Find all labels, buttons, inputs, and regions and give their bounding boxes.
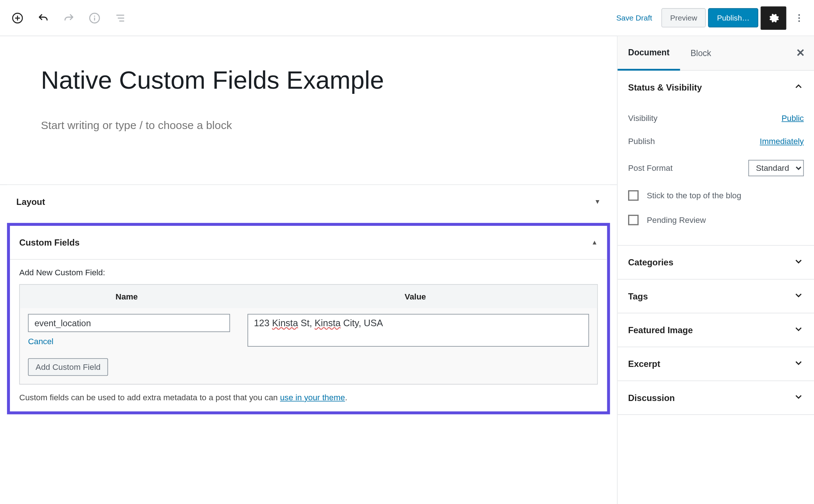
th-value: Value: [234, 284, 597, 308]
panel-tags: Tags: [617, 280, 814, 313]
editor-layout: Native Custom Fields Example Start writi…: [0, 36, 814, 504]
caret-up-icon: ▲: [591, 239, 598, 246]
panel-excerpt-header[interactable]: Excerpt: [617, 347, 814, 380]
caret-down-icon: ▼: [594, 198, 601, 205]
panel-discussion-header[interactable]: Discussion: [617, 381, 814, 415]
toolbar-right-group: Save Draft Preview Publish…: [609, 6, 810, 30]
tab-block[interactable]: Block: [680, 36, 722, 70]
plus-circle-icon: [12, 12, 23, 24]
tab-document[interactable]: Document: [617, 36, 680, 71]
visibility-label: Visibility: [628, 113, 657, 122]
close-sidebar-button[interactable]: ✕: [787, 36, 814, 70]
publish-value-link[interactable]: Immediately: [760, 137, 804, 146]
pending-checkbox[interactable]: [628, 215, 639, 225]
editor-toolbar: Save Draft Preview Publish…: [0, 0, 814, 36]
panel-status-body: Visibility Public Publish Immediately Po…: [617, 104, 814, 245]
panel-categories-title: Categories: [628, 257, 673, 267]
visibility-row: Visibility Public: [628, 106, 804, 130]
layout-metabox-header[interactable]: Layout ▼: [7, 185, 610, 218]
stick-checkbox[interactable]: [628, 190, 639, 201]
content-info-button[interactable]: [82, 5, 107, 31]
add-custom-field-button[interactable]: Add Custom Field: [28, 358, 108, 376]
undo-button[interactable]: [30, 5, 56, 31]
chevron-down-icon: [793, 290, 804, 302]
block-navigation-button[interactable]: [107, 5, 133, 31]
post-format-row: Post Format Standard: [628, 153, 804, 183]
name-column: Cancel: [28, 314, 230, 346]
chevron-down-icon: [793, 256, 804, 268]
post-body-placeholder[interactable]: Start writing or type / to choose a bloc…: [41, 119, 588, 132]
custom-fields-table: Name Value Cancel 123 Kinsta St, Kinsta …: [19, 284, 598, 385]
panel-featured-image: Featured Image: [617, 313, 814, 347]
th-name: Name: [20, 284, 234, 308]
custom-fields-help: Custom fields can be used to add extra m…: [19, 393, 598, 402]
panel-status-visibility: Status & Visibility Visibility Public Pu…: [617, 71, 814, 246]
close-icon: ✕: [796, 47, 805, 59]
add-block-button[interactable]: [5, 5, 30, 31]
custom-field-value-input[interactable]: 123 Kinsta St, Kinsta City, USA: [247, 314, 589, 346]
info-icon: [89, 12, 100, 24]
panel-tags-title: Tags: [628, 291, 648, 301]
panel-status-title: Status & Visibility: [628, 82, 702, 92]
editor-column: Native Custom Fields Example Start writi…: [0, 36, 617, 504]
chevron-down-icon: [793, 391, 804, 404]
publish-button[interactable]: Publish…: [708, 8, 758, 27]
custom-fields-header[interactable]: Custom Fields ▲: [10, 225, 607, 259]
post-format-label: Post Format: [628, 163, 672, 173]
help-link[interactable]: use in your theme: [280, 393, 345, 402]
gear-icon: [767, 12, 779, 24]
pending-row: Pending Review: [628, 208, 804, 232]
panel-excerpt: Excerpt: [617, 347, 814, 381]
settings-sidebar: Document Block ✕ Status & Visibility Vis…: [617, 36, 814, 504]
svg-point-3: [798, 14, 800, 15]
table-input-row: Cancel 123 Kinsta St, Kinsta City, USA: [20, 308, 597, 352]
help-prefix: Custom fields can be used to add extra m…: [19, 393, 280, 402]
chevron-down-icon: [793, 324, 804, 336]
help-suffix: .: [345, 393, 347, 402]
post-title-input[interactable]: Native Custom Fields Example: [41, 65, 588, 95]
publish-label: Publish: [628, 137, 655, 146]
custom-fields-metabox: Custom Fields ▲ Add New Custom Field: Na…: [7, 222, 610, 414]
panel-categories-header[interactable]: Categories: [617, 246, 814, 279]
layout-metabox-title: Layout: [16, 196, 45, 206]
panel-discussion-title: Discussion: [628, 393, 675, 402]
publish-row: Publish Immediately: [628, 129, 804, 153]
toolbar-left-group: [5, 5, 133, 31]
panel-featured-header[interactable]: Featured Image: [617, 313, 814, 347]
panel-tags-header[interactable]: Tags: [617, 280, 814, 313]
table-header-row: Name Value: [20, 284, 597, 308]
undo-icon: [37, 12, 49, 24]
chevron-down-icon: [793, 358, 804, 370]
cancel-button[interactable]: Cancel: [28, 332, 53, 346]
post-format-select[interactable]: Standard: [748, 160, 804, 176]
redo-icon: [63, 12, 75, 24]
svg-point-4: [798, 17, 800, 18]
panel-discussion: Discussion: [617, 381, 814, 415]
svg-point-5: [798, 20, 800, 22]
ellipsis-vertical-icon: [794, 12, 804, 23]
stick-label: Stick to the top of the blog: [647, 191, 741, 200]
sidebar-tabs: Document Block ✕: [617, 36, 814, 71]
chevron-up-icon: [793, 81, 804, 93]
panel-featured-title: Featured Image: [628, 325, 693, 335]
custom-field-actions: Add Custom Field: [20, 352, 597, 384]
layout-metabox: Layout ▼: [7, 185, 610, 218]
custom-fields-title: Custom Fields: [19, 237, 80, 247]
value-column: 123 Kinsta St, Kinsta City, USA: [247, 314, 589, 346]
editor-content: Native Custom Fields Example Start writi…: [0, 36, 617, 184]
more-menu-button[interactable]: [789, 6, 810, 30]
stick-row: Stick to the top of the blog: [628, 183, 804, 208]
add-new-label: Add New Custom Field:: [19, 268, 598, 277]
panel-status-header[interactable]: Status & Visibility: [617, 71, 814, 104]
visibility-value-link[interactable]: Public: [781, 113, 804, 122]
save-draft-button[interactable]: Save Draft: [609, 9, 659, 27]
outline-icon: [114, 12, 126, 24]
panel-categories: Categories: [617, 246, 814, 279]
svg-point-2: [94, 15, 95, 16]
pending-label: Pending Review: [647, 215, 706, 224]
custom-field-name-input[interactable]: [28, 314, 230, 332]
preview-button[interactable]: Preview: [661, 8, 706, 27]
custom-fields-body: Add New Custom Field: Name Value Cancel: [10, 260, 607, 411]
redo-button[interactable]: [56, 5, 82, 31]
settings-toggle-button[interactable]: [760, 6, 786, 30]
